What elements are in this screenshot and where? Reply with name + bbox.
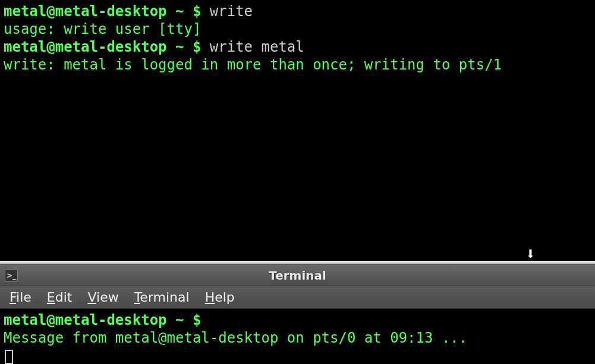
menu-terminal[interactable]: Terminal (132, 289, 192, 306)
prompt-path: ~ (167, 39, 193, 55)
prompt-path: ~ (167, 3, 193, 20)
menubar: File Edit View Terminal Help (0, 286, 595, 309)
prompt-symbol: $ (193, 3, 201, 20)
cursor (5, 350, 13, 364)
terminal-app-icon: >_ (5, 269, 18, 282)
prompt-user: metal@metal-desktop (4, 3, 167, 20)
terminal-line: metal@metal-desktop ~ $ write metal (4, 38, 591, 56)
download-icon: ⬇ (525, 244, 536, 264)
command-text: write metal (210, 39, 304, 55)
prompt-symbol: $ (193, 39, 201, 55)
terminal-line: metal@metal-desktop ~ $ (4, 311, 591, 329)
terminal-output: write: metal is logged in more than once… (4, 56, 591, 74)
window-titlebar[interactable]: >_ Terminal (0, 265, 595, 286)
command-text: write (210, 3, 253, 20)
menu-file[interactable]: File (7, 289, 34, 306)
terminal-line (4, 347, 591, 364)
terminal-output: Message from metal@metal-desktop on pts/… (4, 329, 591, 347)
terminal-line: metal@metal-desktop ~ $ write (4, 2, 591, 20)
prompt-symbol: $ (193, 312, 201, 328)
window-title: Terminal (269, 268, 326, 283)
prompt-user: metal@metal-desktop (4, 39, 167, 55)
menu-edit[interactable]: Edit (45, 289, 75, 306)
terminal-pane-top[interactable]: metal@metal-desktop ~ $ write usage: wri… (0, 0, 595, 261)
prompt-user: metal@metal-desktop (4, 312, 167, 328)
prompt-path: ~ (167, 312, 193, 328)
menu-view[interactable]: View (85, 289, 121, 306)
terminal-pane-bottom[interactable]: metal@metal-desktop ~ $ Message from met… (0, 309, 595, 364)
terminal-output: usage: write user [tty] (4, 20, 591, 38)
menu-help[interactable]: Help (203, 289, 237, 306)
